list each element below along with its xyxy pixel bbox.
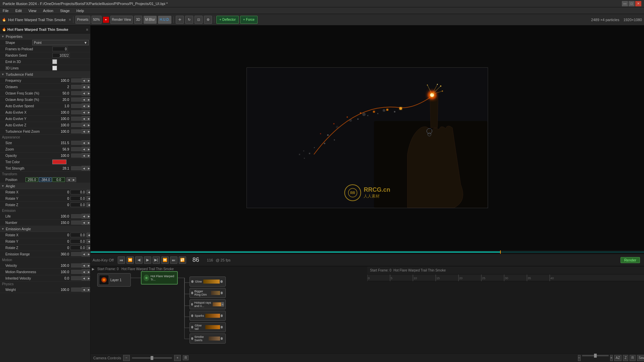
frames-preload-input[interactable]: [52, 47, 68, 51]
emit-3d-checkbox[interactable]: ✓: [52, 59, 57, 64]
step-back-button[interactable]: ◀: [135, 256, 143, 264]
zoom-slider[interactable]: [71, 147, 81, 151]
cam-slider[interactable]: [132, 357, 172, 359]
rotate-x-input[interactable]: [70, 190, 86, 194]
mblur-button[interactable]: M-Blur: [144, 16, 157, 24]
number-slider[interactable]: [71, 221, 81, 225]
effect-glow-tail[interactable]: Glow tail: [190, 322, 226, 332]
ea-rotate-y-input[interactable]: [70, 239, 86, 244]
cam-r-button[interactable]: R: [630, 355, 635, 361]
presets-button[interactable]: Presets: [75, 16, 90, 24]
evolve-z-slider[interactable]: [71, 123, 81, 127]
force-button[interactable]: + Force: [240, 16, 258, 24]
position-z-input[interactable]: [52, 177, 65, 182]
cam-minus2-button[interactable]: −: [578, 355, 581, 361]
skip-end-button[interactable]: ⏭: [170, 256, 177, 264]
play-forward-button[interactable]: ⏩: [161, 256, 169, 264]
move-icon-button[interactable]: ✛: [176, 16, 184, 24]
weight-slider[interactable]: [71, 288, 81, 292]
tf-zoom-slider[interactable]: [71, 129, 81, 133]
velocity-slider[interactable]: [71, 263, 81, 267]
layer-node[interactable]: Layer 1: [97, 273, 131, 287]
life-slider[interactable]: [71, 214, 81, 218]
freq-left[interactable]: ◀: [82, 78, 86, 83]
shape-dropdown[interactable]: Point ▼: [32, 40, 89, 45]
cam-reset-button[interactable]: R: [183, 355, 189, 360]
cam-plus2-button[interactable]: +: [610, 355, 613, 361]
position-right[interactable]: ▶: [71, 177, 76, 182]
evolve-x-slider[interactable]: [71, 110, 81, 114]
cam-slider2[interactable]: [582, 355, 609, 356]
hud-button[interactable]: H.U.D.: [158, 16, 171, 24]
deflector-button[interactable]: + Deflector: [216, 16, 239, 24]
cam-z-button[interactable]: Z: [623, 355, 628, 361]
tint-strength-slider[interactable]: [71, 166, 81, 170]
viewport[interactable]: RR RRCG.cn 人人素材: [91, 25, 644, 250]
rotate-icon-button[interactable]: ↻: [185, 16, 193, 24]
record-button[interactable]: ●: [103, 17, 109, 23]
oct-freq-slider[interactable]: [71, 91, 81, 95]
oct-left[interactable]: ◀: [82, 84, 86, 89]
emission-range-slider[interactable]: [71, 252, 81, 256]
octaves-slider[interactable]: [71, 85, 81, 89]
effect-hotspot[interactable]: Hotspot rays and ri... +: [190, 299, 226, 309]
menu-view[interactable]: View: [27, 9, 38, 13]
cam-slider-thumb[interactable]: [151, 356, 153, 360]
render-button[interactable]: Render: [621, 257, 640, 263]
emitter-node[interactable]: ⚙ Hot Flare Warped Tr...: [141, 271, 178, 285]
minimize-button[interactable]: —: [622, 1, 628, 6]
rotate-y-input[interactable]: [70, 196, 86, 201]
oct-amp-slider[interactable]: [71, 98, 81, 102]
random-seed-input[interactable]: [52, 53, 70, 58]
rotate-z-input[interactable]: [70, 202, 86, 207]
timeline-scrubber[interactable]: [91, 250, 644, 254]
zoom-button[interactable]: 50%: [92, 16, 102, 24]
menu-action[interactable]: Action: [42, 9, 55, 13]
effect-sparks[interactable]: Sparks: [190, 311, 226, 321]
evolve-speed-slider[interactable]: [71, 104, 81, 108]
hotspot-plus[interactable]: +: [221, 302, 224, 307]
loop-button[interactable]: 🔁: [179, 256, 186, 264]
settings-icon-button[interactable]: ⚙: [204, 16, 212, 24]
cam-minus-button[interactable]: −: [123, 355, 130, 361]
frequency-slider[interactable]: [71, 78, 81, 82]
play-back-button[interactable]: ⏪: [126, 256, 134, 264]
menu-help[interactable]: Help: [75, 9, 86, 13]
oct-right[interactable]: ▶: [87, 84, 90, 89]
step-forward-button[interactable]: ▶|: [153, 256, 160, 264]
motion-random-slider[interactable]: [71, 270, 81, 274]
turbulence-section-header[interactable]: ▼ Turbulence Field: [0, 71, 90, 77]
render-view-button[interactable]: Render View: [110, 16, 133, 24]
panel-menu-button[interactable]: ≡: [86, 27, 88, 32]
scale-icon-button[interactable]: ⊡: [195, 16, 203, 24]
3d-lines-checkbox[interactable]: [52, 66, 57, 70]
inherited-velocity-slider[interactable]: [71, 276, 81, 280]
close-button[interactable]: ✕: [635, 1, 641, 6]
kf-ruler[interactable]: 0 5 10 15 20 25 30: [367, 275, 644, 281]
3d-button[interactable]: 3D: [134, 16, 142, 24]
position-x-input[interactable]: [25, 177, 38, 182]
angle-section-header[interactable]: ▼ Angle: [0, 183, 90, 189]
freq-right[interactable]: ▶: [87, 78, 90, 83]
evolve-y-slider[interactable]: [71, 117, 81, 121]
cam-slider2-thumb[interactable]: [594, 354, 597, 358]
skip-start-button[interactable]: ⏮: [118, 256, 125, 264]
ea-rotate-x-input[interactable]: [70, 233, 86, 237]
effect-smoke-swirls[interactable]: Smoke Swirls: [190, 334, 226, 344]
cam-save-button[interactable]: Save: [637, 355, 644, 361]
play-button[interactable]: ▶: [144, 256, 151, 264]
menu-stage[interactable]: Stage: [59, 9, 71, 13]
scrubber-bar[interactable]: [91, 250, 644, 254]
maximize-button[interactable]: □: [629, 1, 635, 6]
menu-edit[interactable]: Edit: [14, 9, 23, 13]
effect-bigger-ring[interactable]: Bigger Ring Dim: [190, 288, 226, 298]
node-graph[interactable]: ▶ Start Frame: 0 Hot Flare Warped Trail …: [91, 266, 367, 353]
size-slider[interactable]: [71, 141, 81, 145]
properties-scroll[interactable]: ▼ Properties Shape Point ▼ Frames to Pre…: [0, 34, 90, 362]
emission-angle-section-header[interactable]: ▼ Emission Angle: [0, 226, 90, 232]
position-left[interactable]: ◀: [66, 177, 71, 182]
opacity-slider[interactable]: [71, 154, 81, 158]
tint-color-swatch[interactable]: [52, 160, 66, 164]
toolbar-emitter-menu[interactable]: ≡: [69, 18, 71, 21]
menu-file[interactable]: File: [1, 9, 10, 13]
